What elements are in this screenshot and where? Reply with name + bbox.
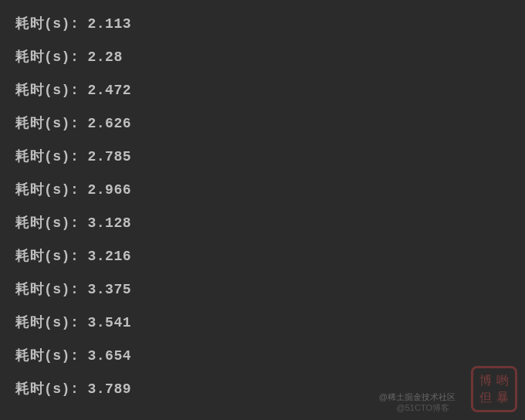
seal-char: 暴 [494,389,511,406]
log-label: 耗时(s): [15,381,88,397]
seal-char: 博 [477,372,494,389]
log-line: 耗时(s): 2.785 [15,141,510,174]
log-label: 耗时(s): [15,215,88,231]
log-value: 2.28 [88,49,123,65]
log-line: 耗时(s): 3.128 [15,207,510,240]
log-line: 耗时(s): 2.28 [15,41,510,74]
console-output: 耗时(s): 2.113 耗时(s): 2.28 耗时(s): 2.472 耗时… [15,8,510,406]
log-label: 耗时(s): [15,16,88,32]
log-label: 耗时(s): [15,282,88,297]
log-value: 3.541 [88,315,132,330]
log-line: 耗时(s): 2.472 [15,74,510,107]
log-value: 2.785 [88,149,132,164]
seal-char: 但 [477,389,494,406]
log-value: 3.375 [88,282,132,297]
log-label: 耗时(s): [15,348,88,364]
log-label: 耗时(s): [15,315,88,330]
log-label: 耗时(s): [15,83,88,98]
seal-char: 哟 [494,372,511,389]
watermark-juejin: @稀土掘金技术社区 [379,391,456,403]
log-value: 2.966 [88,182,132,198]
seal-characters: 博 哟 但 暴 [477,372,511,406]
log-label: 耗时(s): [15,182,88,198]
watermark-51cto: @51CTO博客 [397,402,449,414]
log-value: 3.128 [88,215,132,231]
log-line: 耗时(s): 3.375 [15,273,510,307]
log-line: 耗时(s): 2.626 [15,107,510,141]
log-value: 2.626 [88,116,132,131]
log-line: 耗时(s): 2.966 [15,174,510,207]
log-value: 3.654 [88,348,132,364]
log-value: 3.216 [88,249,132,264]
log-line: 耗时(s): 3.654 [15,340,510,373]
log-label: 耗时(s): [15,149,88,164]
seal-stamp-icon: 博 哟 但 暴 [463,358,525,420]
log-value: 2.472 [88,83,132,98]
log-line: 耗时(s): 3.216 [15,240,510,273]
log-line: 耗时(s): 3.541 [15,307,510,340]
log-label: 耗时(s): [15,49,88,65]
log-value: 2.113 [88,16,132,32]
log-value: 3.789 [88,381,132,397]
log-line: 耗时(s): 2.113 [15,8,510,41]
log-label: 耗时(s): [15,116,88,131]
log-label: 耗时(s): [15,249,88,264]
